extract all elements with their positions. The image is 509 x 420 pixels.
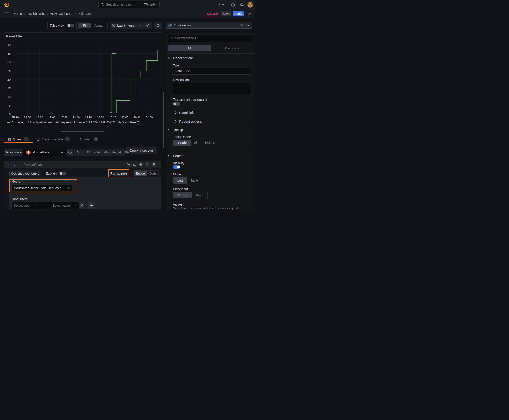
svg-text:10: 10	[8, 95, 11, 98]
svg-text:19:30: 19:30	[109, 116, 116, 119]
svg-text:21:00: 21:00	[146, 116, 153, 119]
svg-text:16:00: 16:00	[24, 116, 31, 119]
svg-text:5: 5	[9, 104, 11, 107]
svg-text:19:00: 19:00	[97, 116, 104, 119]
svg-text:17:30: 17:30	[60, 116, 67, 119]
svg-text:25: 25	[8, 69, 11, 73]
svg-text:18:00: 18:00	[73, 116, 80, 119]
svg-text:{__name__="cloudflared_tunnel_: {__name__="cloudflared_tunnel_total_requ…	[12, 121, 139, 124]
svg-text:40: 40	[8, 43, 11, 46]
svg-text:17:00: 17:00	[48, 116, 55, 119]
svg-text:20:30: 20:30	[134, 116, 140, 119]
svg-text:20: 20	[8, 78, 11, 81]
svg-text:15:30: 15:30	[12, 116, 19, 119]
svg-text:0: 0	[9, 113, 11, 116]
svg-text:18:30: 18:30	[85, 116, 92, 119]
svg-text:15: 15	[8, 87, 11, 90]
svg-text:20:00: 20:00	[122, 116, 128, 119]
svg-text:35: 35	[8, 52, 11, 55]
svg-text:30: 30	[8, 60, 11, 64]
svg-text:16:30: 16:30	[36, 116, 43, 119]
